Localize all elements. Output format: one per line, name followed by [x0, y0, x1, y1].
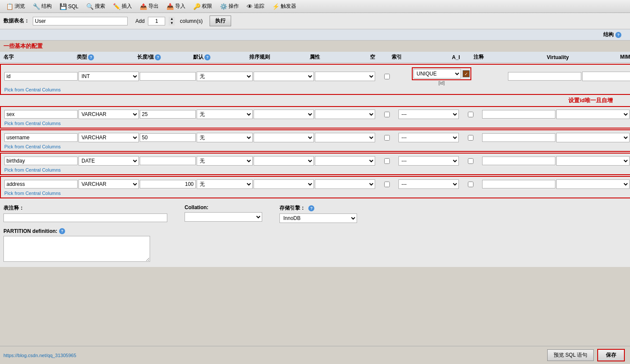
- field-collation-address[interactable]: [254, 179, 314, 189]
- field-type-sex[interactable]: VARCHAR INT DATE: [78, 110, 139, 119]
- field-attribute-username[interactable]: [315, 133, 375, 142]
- toolbar-search[interactable]: 🔍 搜索: [83, 1, 109, 11]
- annotation-basic: 一些基本的配置: [3, 42, 627, 50]
- field-name-id[interactable]: [4, 72, 78, 81]
- field-comment-sex[interactable]: [482, 110, 555, 119]
- field-virtuality-sex[interactable]: [556, 110, 630, 119]
- field-index-id[interactable]: UNIQUE --- PRIMARY INDEX: [414, 69, 461, 78]
- field-name-username[interactable]: [4, 133, 78, 142]
- execute-button[interactable]: 执行: [210, 16, 231, 26]
- field-virtuality-username[interactable]: [556, 133, 630, 142]
- field-default-username[interactable]: 无 NULL: [197, 133, 253, 142]
- structure-help-icon[interactable]: ?: [615, 32, 621, 38]
- field-length-birthday[interactable]: [140, 157, 196, 165]
- table-comment-input[interactable]: [3, 213, 167, 222]
- null-checkbox-username[interactable]: [384, 135, 390, 141]
- sql-icon: 💾: [60, 3, 67, 10]
- tablename-input[interactable]: [33, 17, 128, 25]
- ai-checkbox-birthday[interactable]: [468, 158, 473, 164]
- search-icon: 🔍: [86, 3, 94, 10]
- ai-checkbox-id[interactable]: ✓: [463, 70, 470, 77]
- field-index-address[interactable]: --- UNIQUE: [398, 179, 459, 189]
- field-length-username[interactable]: [140, 133, 196, 142]
- collation-select[interactable]: [185, 212, 262, 222]
- row-group-id: INT VARCHAR DATE 无 NULL UNIQUE ---: [0, 64, 630, 95]
- toolbar-triggers[interactable]: ⚡ 触发器: [269, 1, 300, 11]
- field-collation-sex[interactable]: [254, 110, 314, 119]
- field-attribute-address[interactable]: [315, 179, 375, 189]
- toolbar-privileges[interactable]: 🔑 权限: [190, 1, 216, 11]
- privileges-icon: 🔑: [193, 3, 201, 10]
- field-virtuality-address[interactable]: [556, 179, 630, 189]
- toolbar-browse[interactable]: 📋 浏览: [3, 1, 28, 11]
- pick-link-birthday[interactable]: Pick from Central Columns: [4, 167, 627, 173]
- ai-cell-birthday: [460, 158, 481, 164]
- field-name-sex[interactable]: [4, 110, 78, 119]
- field-attribute-birthday[interactable]: [315, 156, 375, 166]
- field-comment-id[interactable]: [508, 72, 581, 81]
- field-virtuality-birthday[interactable]: [556, 156, 630, 166]
- field-type-username[interactable]: VARCHAR INT DATE: [78, 133, 139, 142]
- field-name-birthday[interactable]: [4, 157, 78, 165]
- default-help-icon[interactable]: ?: [204, 54, 210, 60]
- ai-checkbox-sex[interactable]: [468, 112, 473, 117]
- pick-link-sex[interactable]: Pick from Central Columns: [4, 121, 627, 126]
- spin-down[interactable]: ▼: [169, 21, 175, 25]
- field-null-birthday: [376, 158, 398, 164]
- header-ai: A_I: [452, 54, 473, 60]
- length-help-icon[interactable]: ?: [155, 54, 161, 60]
- ai-checkbox-address[interactable]: [468, 182, 473, 187]
- field-default-sex[interactable]: 无 NULL: [197, 110, 253, 119]
- ai-cell-sex: [460, 112, 481, 117]
- field-comment-birthday[interactable]: [482, 157, 555, 165]
- toolbar-import[interactable]: 📥 导入: [163, 1, 189, 11]
- ai-checkbox-username[interactable]: [468, 135, 473, 141]
- pick-link-username[interactable]: Pick from Central Columns: [4, 144, 627, 149]
- field-length-sex[interactable]: [140, 110, 196, 119]
- field-comment-username[interactable]: [482, 133, 555, 142]
- field-index-sex[interactable]: --- UNIQUE: [398, 110, 459, 119]
- field-default-id[interactable]: 无 NULL: [197, 72, 253, 81]
- field-type-address[interactable]: VARCHAR INT DATE: [78, 179, 139, 189]
- import-icon: 📥: [166, 3, 174, 10]
- field-type-birthday[interactable]: DATE VARCHAR INT: [78, 156, 139, 166]
- pick-link-id[interactable]: Pick from Central Columns: [4, 87, 627, 92]
- add-columns-input[interactable]: [148, 17, 165, 25]
- toolbar-export[interactable]: 📤 导出: [136, 1, 162, 11]
- storage-help-icon[interactable]: ?: [308, 205, 314, 211]
- field-index-birthday[interactable]: --- UNIQUE: [398, 156, 459, 166]
- field-attribute-sex[interactable]: [315, 110, 375, 119]
- storage-select[interactable]: InnoDB MyISAM: [279, 213, 357, 223]
- field-virtuality-id[interactable]: [582, 72, 630, 81]
- toolbar-sql[interactable]: 💾 SQL: [56, 2, 82, 11]
- field-name-address[interactable]: [4, 180, 78, 188]
- toolbar-insert[interactable]: ✏️ 插入: [110, 1, 135, 11]
- field-attribute-id[interactable]: [315, 72, 375, 81]
- spin-up[interactable]: ▲: [169, 17, 175, 21]
- field-comment-address[interactable]: [482, 180, 555, 188]
- field-length-address[interactable]: [140, 180, 196, 188]
- header-null: 空: [370, 53, 392, 61]
- field-length-id[interactable]: [140, 72, 196, 81]
- group-collation: Collation:: [185, 204, 262, 222]
- field-collation-id[interactable]: [254, 72, 314, 81]
- storage-label: 存储引擎： ?: [279, 204, 357, 212]
- field-collation-birthday[interactable]: [254, 156, 314, 166]
- toolbar-structure[interactable]: 🔧 结构: [29, 1, 55, 11]
- partition-help-icon[interactable]: ?: [59, 228, 65, 234]
- toolbar-operations[interactable]: ⚙️ 操作: [216, 1, 242, 11]
- type-help-icon[interactable]: ?: [88, 54, 94, 60]
- group-storage: 存储引擎： ? InnoDB MyISAM: [279, 204, 357, 223]
- toolbar-tracking[interactable]: 👁 追踪: [243, 1, 268, 11]
- field-type-id[interactable]: INT VARCHAR DATE: [78, 72, 139, 81]
- partition-textarea[interactable]: [3, 236, 150, 262]
- field-collation-username[interactable]: [254, 133, 314, 142]
- field-index-username[interactable]: --- UNIQUE: [398, 133, 459, 142]
- null-checkbox-sex[interactable]: [384, 112, 390, 117]
- field-default-address[interactable]: 无 NULL: [197, 179, 253, 189]
- null-checkbox-address[interactable]: [384, 182, 390, 187]
- null-checkbox-birthday[interactable]: [384, 158, 390, 164]
- pick-link-address[interactable]: Pick from Central Columns: [4, 191, 627, 196]
- null-checkbox-id[interactable]: [384, 74, 390, 79]
- field-default-birthday[interactable]: 无 NULL: [197, 156, 253, 166]
